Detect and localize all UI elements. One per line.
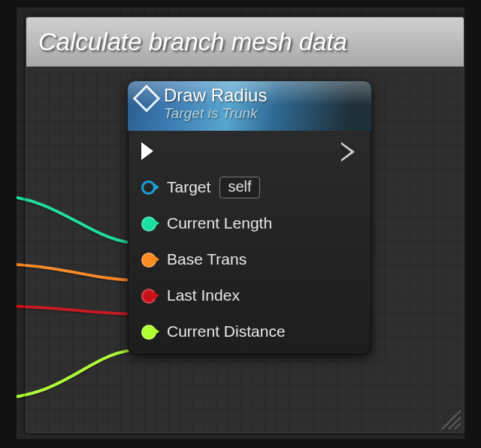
pin-row-base-trans: Base Trans	[141, 248, 358, 271]
exec-row	[141, 140, 358, 162]
pin-label-current-distance: Current Distance	[167, 322, 286, 341]
exec-out-pin[interactable]	[341, 142, 358, 160]
current-length-pin[interactable]	[141, 215, 158, 232]
pin-label-target: Target	[167, 178, 210, 196]
current-distance-pin[interactable]	[141, 323, 158, 340]
last-index-pin[interactable]	[141, 287, 158, 304]
function-node-draw-radius[interactable]: Draw Radius Target is Trunk Target self …	[128, 81, 371, 355]
comment-title-bar[interactable]: Calculate branch mesh data	[26, 17, 464, 67]
pin-row-target: Target self	[141, 176, 358, 198]
node-subtitle: Target is Trunk	[164, 106, 267, 122]
node-header[interactable]: Draw Radius Target is Trunk	[128, 81, 371, 131]
node-body: Target self Current Length Base Trans La…	[128, 131, 371, 355]
exec-in-pin[interactable]	[141, 142, 158, 160]
pin-label-current-length: Current Length	[167, 214, 272, 232]
pin-label-base-trans: Base Trans	[167, 250, 247, 268]
target-default-value[interactable]: self	[219, 177, 259, 198]
pin-row-current-length: Current Length	[141, 212, 358, 235]
function-icon	[133, 85, 161, 113]
node-title: Draw Radius	[164, 86, 267, 105]
pin-row-current-distance: Current Distance	[141, 320, 358, 343]
comment-resize-handle[interactable]	[438, 407, 461, 429]
base-trans-pin[interactable]	[141, 251, 158, 268]
pin-label-last-index: Last Index	[167, 286, 240, 304]
target-pin[interactable]	[141, 179, 158, 195]
pin-row-last-index: Last Index	[141, 284, 358, 307]
comment-title: Calculate branch mesh data	[38, 28, 347, 56]
